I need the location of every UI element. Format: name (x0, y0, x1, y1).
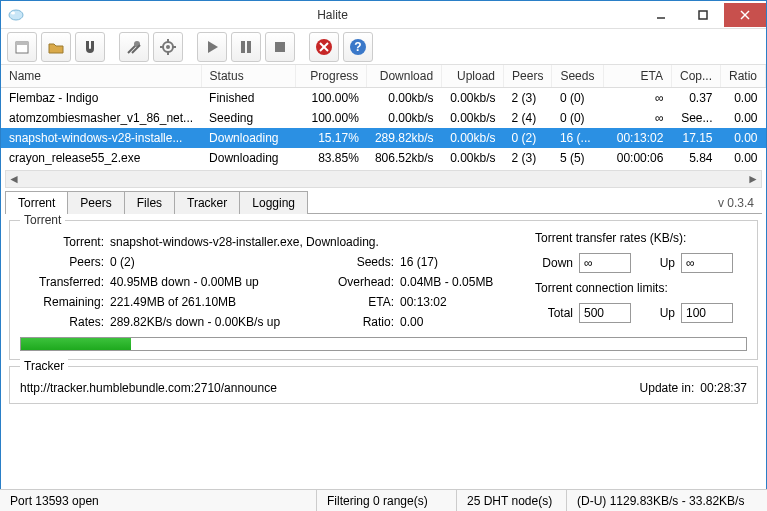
update-value: 00:28:37 (700, 381, 747, 395)
status-speed: (D-U) 1129.83KB/s - 33.82KB/s (567, 490, 767, 511)
cell-eta: 00:13:02 (604, 128, 672, 148)
cell-ratio: 0.00 (720, 128, 765, 148)
status-bar: Port 13593 open Filtering 0 range(s) 25 … (0, 489, 767, 511)
stop-button[interactable] (265, 32, 295, 62)
cell-download: 0.00kb/s (367, 88, 442, 109)
tracker-url: http://tracker.humblebundle.com:2710/ann… (20, 381, 640, 395)
scroll-right-icon[interactable]: ► (745, 171, 761, 187)
col-peers[interactable]: Peers (504, 65, 552, 88)
cell-name: Flembaz - Indigo (1, 88, 201, 109)
cell-upload: 0.00kb/s (442, 88, 504, 109)
col-upload[interactable]: Upload (442, 65, 504, 88)
seeds-value: 16 (17) (400, 255, 550, 269)
torrent-label: Torrent: (20, 235, 110, 249)
col-name[interactable]: Name (1, 65, 201, 88)
table-row[interactable]: snapshot-windows-v28-installe...Download… (1, 128, 766, 148)
up-label: Up (637, 256, 675, 270)
col-download[interactable]: Download (367, 65, 442, 88)
cell-progress: 15.17% (295, 128, 366, 148)
window-title: Halite (25, 8, 640, 22)
progress-bar (20, 337, 747, 351)
open-button[interactable] (41, 32, 71, 62)
cell-status: Finished (201, 88, 295, 109)
table-row[interactable]: atomzombiesmasher_v1_86_net...Seeding100… (1, 108, 766, 128)
overhead-label: Overhead: (330, 275, 400, 289)
scroll-left-icon[interactable]: ◄ (6, 171, 22, 187)
cell-upload: 0.00kb/s (442, 108, 504, 128)
ratio-label: Ratio: (330, 315, 400, 329)
pause-button[interactable] (231, 32, 261, 62)
app-icon (7, 6, 25, 24)
peers-label: Peers: (20, 255, 110, 269)
magnet-button[interactable] (75, 32, 105, 62)
transferred-label: Transferred: (20, 275, 110, 289)
tools-button[interactable] (119, 32, 149, 62)
col-eta[interactable]: ETA (604, 65, 672, 88)
svg-rect-17 (241, 41, 245, 53)
eta-label: ETA: (330, 295, 400, 309)
col-status[interactable]: Status (201, 65, 295, 88)
svg-rect-3 (699, 11, 707, 19)
total-input[interactable] (579, 303, 631, 323)
settings-button[interactable] (153, 32, 183, 62)
status-dht: 25 DHT node(s) (457, 490, 567, 511)
down-input[interactable] (579, 253, 631, 273)
cell-peers: 2 (4) (504, 108, 552, 128)
tab-torrent[interactable]: Torrent (5, 191, 68, 214)
table-row[interactable]: Flembaz - IndigoFinished100.00%0.00kb/s0… (1, 88, 766, 109)
cell-upload: 0.00kb/s (442, 148, 504, 168)
version-label: v 0.3.4 (718, 196, 762, 213)
tab-logging[interactable]: Logging (239, 191, 308, 214)
torrent-detail-panel: Torrent Torrent: snapshot-windows-v28-in… (9, 220, 758, 360)
total-label: Total (535, 306, 573, 320)
cell-peers: 2 (3) (504, 88, 552, 109)
cell-progress: 100.00% (295, 108, 366, 128)
update-label: Update in: (640, 381, 695, 395)
cell-download: 289.82kb/s (367, 128, 442, 148)
panel-legend: Torrent (20, 213, 65, 227)
cell-name: snapshot-windows-v28-installe... (1, 128, 201, 148)
down-label: Down (535, 256, 573, 270)
status-filter: Filtering 0 range(s) (317, 490, 457, 511)
maximize-button[interactable] (682, 3, 724, 27)
cell-ratio: 0.00 (720, 88, 765, 109)
remove-button[interactable] (309, 32, 339, 62)
eta-value: 00:13:02 (400, 295, 550, 309)
tab-peers[interactable]: Peers (67, 191, 124, 214)
tab-files[interactable]: Files (124, 191, 175, 214)
close-button[interactable] (724, 3, 766, 27)
svg-rect-18 (247, 41, 251, 53)
torrent-table: Name Status Progress Download Upload Pee… (1, 65, 766, 168)
col-ratio[interactable]: Ratio (720, 65, 765, 88)
toolbar: ? (1, 29, 766, 65)
svg-text:?: ? (354, 40, 361, 54)
cell-status: Downloading (201, 148, 295, 168)
tab-tracker[interactable]: Tracker (174, 191, 240, 214)
up2-label: Up (637, 306, 675, 320)
cell-progress: 83.85% (295, 148, 366, 168)
rates-value: 289.82KB/s down - 0.00KB/s up (110, 315, 330, 329)
cell-download: 0.00kb/s (367, 108, 442, 128)
cell-seeds: 5 (5) (552, 148, 604, 168)
new-torrent-button[interactable] (7, 32, 37, 62)
rates-header: Torrent transfer rates (KB/s): (535, 231, 745, 245)
up2-input[interactable] (681, 303, 733, 323)
up-input[interactable] (681, 253, 733, 273)
cell-progress: 100.00% (295, 88, 366, 109)
horizontal-scrollbar[interactable]: ◄ ► (5, 170, 762, 188)
col-cop[interactable]: Cop... (671, 65, 720, 88)
play-button[interactable] (197, 32, 227, 62)
col-progress[interactable]: Progress (295, 65, 366, 88)
table-header-row[interactable]: Name Status Progress Download Upload Pee… (1, 65, 766, 88)
cell-ratio: 0.00 (720, 148, 765, 168)
rates-label: Rates: (20, 315, 110, 329)
cell-seeds: 16 (... (552, 128, 604, 148)
cell-cop: 0.37 (671, 88, 720, 109)
cell-cop: 17.15 (671, 128, 720, 148)
col-seeds[interactable]: Seeds (552, 65, 604, 88)
table-row[interactable]: crayon_release55_2.exeDownloading83.85%8… (1, 148, 766, 168)
minimize-button[interactable] (640, 3, 682, 27)
cell-eta: ∞ (604, 88, 672, 109)
cell-upload: 0.00kb/s (442, 128, 504, 148)
help-button[interactable]: ? (343, 32, 373, 62)
